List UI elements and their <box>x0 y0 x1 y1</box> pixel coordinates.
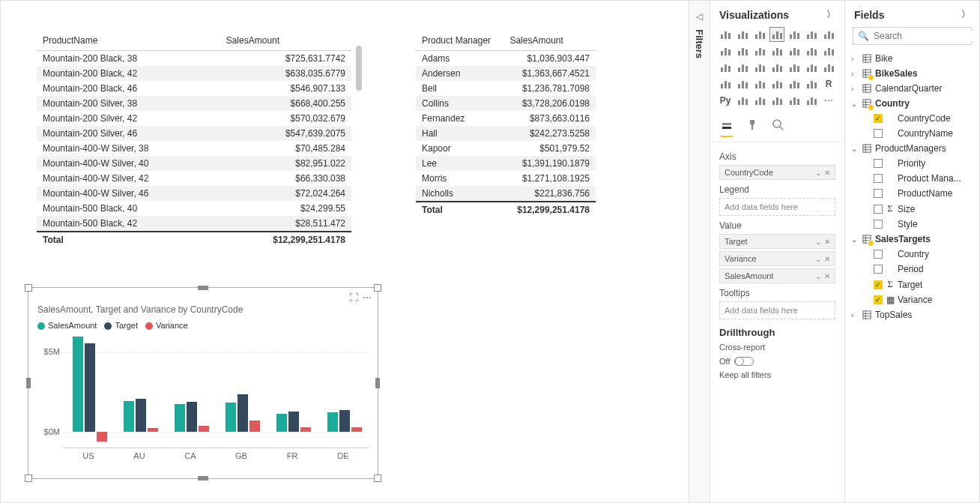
cross-report-toggle[interactable]: Off <box>719 357 754 366</box>
field-item[interactable]: Country <box>850 247 975 262</box>
field-checkbox[interactable] <box>874 159 883 168</box>
field-checkbox[interactable] <box>874 129 883 138</box>
viz-type-pie[interactable] <box>718 60 733 75</box>
bar-group[interactable] <box>171 335 213 448</box>
field-table-country[interactable]: ⌄Country <box>850 96 975 111</box>
bar-group[interactable] <box>324 335 366 448</box>
table-row[interactable]: Mountain-500 Black, 42$28,511.472 <box>37 216 351 232</box>
viz-type-waterfall[interactable] <box>804 43 819 58</box>
fields-search[interactable]: 🔍 <box>853 27 972 45</box>
viz-type-decomp-tree[interactable] <box>752 93 767 108</box>
collapse-pane-icon[interactable]: 〉 <box>826 8 835 21</box>
field-item[interactable]: ΣSize <box>850 201 975 217</box>
resize-handle[interactable] <box>25 475 32 482</box>
viz-type-funnel[interactable] <box>804 60 819 75</box>
table-visual-products[interactable]: ProductName SalesAmount Mountain-200 Bla… <box>37 31 351 247</box>
field-pill[interactable]: SalesAmount⌄✕ <box>719 268 835 283</box>
field-checkbox[interactable] <box>874 250 883 259</box>
resize-handle[interactable] <box>374 475 381 482</box>
col-header[interactable]: SalesAmount <box>220 31 351 51</box>
field-pill[interactable]: Variance⌄✕ <box>719 251 835 266</box>
col-header[interactable]: ProductName <box>37 31 220 51</box>
viz-type-slicer[interactable] <box>769 76 784 91</box>
field-checkbox[interactable] <box>874 220 883 229</box>
viz-type-more[interactable]: ⋯ <box>821 93 836 108</box>
viz-type-line-stacked[interactable] <box>769 43 784 58</box>
remove-field-icon[interactable]: ✕ <box>824 169 830 177</box>
viz-type-scatter[interactable] <box>821 43 836 58</box>
bar[interactable] <box>97 432 107 442</box>
field-checkbox[interactable]: ✓ <box>874 114 883 123</box>
viz-type-treemap[interactable] <box>752 60 767 75</box>
filters-pane-collapsed[interactable]: ◁ Filters <box>689 1 710 502</box>
viz-type-clustered-bar[interactable] <box>735 27 750 42</box>
legend-item[interactable]: Target <box>104 321 138 330</box>
table-row[interactable]: Hall$242,273.5258 <box>416 126 596 141</box>
field-item[interactable]: Product Mana... <box>850 171 975 186</box>
field-checkbox[interactable]: ✓ <box>874 280 883 289</box>
bar[interactable] <box>249 421 260 432</box>
chevron-down-icon[interactable]: ⌄ <box>815 169 821 177</box>
resize-handle[interactable] <box>375 378 380 388</box>
field-table-bikesales[interactable]: ›BikeSales <box>850 66 975 81</box>
expand-filters-icon[interactable]: ◁ <box>696 11 703 22</box>
chevron-down-icon[interactable]: ⌄ <box>815 255 821 263</box>
table-row[interactable]: Mountain-200 Black, 38$725,631.7742 <box>37 51 351 67</box>
table-visual-managers[interactable]: Product Manager SalesAmount Adams$1,036,… <box>416 31 596 217</box>
table-row[interactable]: Collins$3,728,206.0198 <box>416 96 596 111</box>
viz-type-ribbon[interactable] <box>787 43 802 58</box>
tab-format[interactable] <box>746 118 758 137</box>
bar[interactable] <box>276 414 287 432</box>
remove-field-icon[interactable]: ✕ <box>824 255 830 263</box>
bar[interactable] <box>339 410 350 432</box>
legend-item[interactable]: Variance <box>145 321 188 330</box>
viz-type-powerapps[interactable] <box>804 93 819 108</box>
remove-field-icon[interactable]: ✕ <box>824 272 830 280</box>
viz-type-table[interactable] <box>787 76 802 91</box>
table-row[interactable]: Kapoor$501,979.52 <box>416 141 596 156</box>
chevron-icon[interactable]: › <box>851 85 859 93</box>
bar[interactable] <box>238 394 248 431</box>
viz-type-stacked-bar[interactable] <box>718 27 733 42</box>
chevron-icon[interactable]: ⌄ <box>851 100 859 108</box>
table-row[interactable]: Lee$1,391,190.1879 <box>416 156 596 171</box>
table-row[interactable]: Fernandez$873,663.0116 <box>416 111 596 126</box>
viz-type-donut[interactable] <box>735 60 750 75</box>
field-item[interactable]: Style <box>850 217 975 232</box>
more-options-icon[interactable]: ⋯ <box>363 292 372 303</box>
bar[interactable] <box>199 426 209 432</box>
table-row[interactable]: Mountain-200 Silver, 42$570,032.679 <box>37 111 351 126</box>
table-row[interactable]: Nicholls$221,836.756 <box>416 186 596 202</box>
field-pill[interactable]: CountryCode⌄✕ <box>719 165 835 180</box>
table-row[interactable]: Morris$1,271,108.1925 <box>416 171 596 186</box>
chevron-icon[interactable]: › <box>851 55 859 63</box>
field-table-productmanagers[interactable]: ⌄ProductManagers <box>850 141 975 156</box>
chart-legend[interactable]: SalesAmountTargetVariance <box>28 318 378 336</box>
field-item[interactable]: ✓ΣTarget <box>850 277 975 292</box>
well-tooltips-dropzone[interactable]: Add data fields here <box>719 301 835 319</box>
field-checkbox[interactable] <box>874 189 883 198</box>
remove-field-icon[interactable]: ✕ <box>824 238 830 246</box>
field-table-topsales[interactable]: ›TopSales <box>850 307 975 322</box>
field-table-salestargets[interactable]: ⌄SalesTargets <box>850 232 975 247</box>
focus-mode-icon[interactable]: ⛶ <box>349 292 358 303</box>
field-pill[interactable]: Target⌄✕ <box>719 234 835 249</box>
bar[interactable] <box>73 337 83 431</box>
clustered-column-chart-visual[interactable]: ⛶ ⋯ SalesAmount, Target and Variance by … <box>28 287 378 479</box>
viz-type-line-clustered[interactable] <box>752 43 767 58</box>
field-item[interactable]: ✓▦Variance <box>850 292 975 307</box>
viz-type-area[interactable] <box>718 43 733 58</box>
viz-type-qa[interactable] <box>769 93 784 108</box>
chevron-icon[interactable]: › <box>851 70 859 78</box>
table-row[interactable]: Mountain-400-W Silver, 42$66,330.038 <box>37 171 351 186</box>
viz-type-stacked-area[interactable] <box>735 43 750 58</box>
viz-type-kpi[interactable] <box>752 76 767 91</box>
resize-handle[interactable] <box>25 284 32 292</box>
tab-fields[interactable] <box>721 118 733 137</box>
viz-type-gauge[interactable] <box>821 60 836 75</box>
table-row[interactable]: Mountain-400-W Silver, 40$82,951.022 <box>37 156 351 171</box>
bar[interactable] <box>226 403 236 432</box>
table-row[interactable]: Mountain-400-W Silver, 38$70,485.284 <box>37 141 351 156</box>
scrollbar-thumb[interactable] <box>356 46 362 91</box>
field-table-calendarquarter[interactable]: ›CalendarQuarter <box>850 81 975 96</box>
